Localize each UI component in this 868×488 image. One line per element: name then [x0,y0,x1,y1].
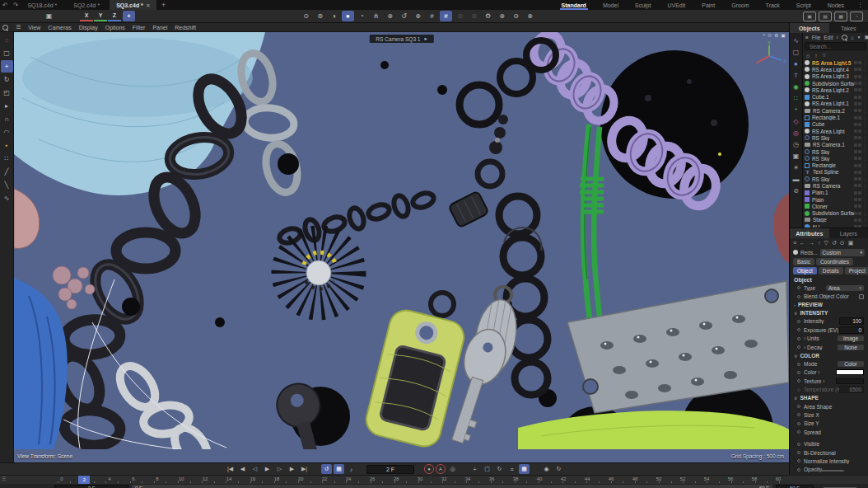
palette-icon[interactable]: ▢ [791,47,801,57]
transport-button[interactable]: ◁ [250,464,260,474]
object-tree-item[interactable]: Cube ⋮ [803,121,868,128]
visibility-toggles[interactable] [854,212,861,215]
tool-button[interactable]: ╲ [1,179,13,191]
layout-tab[interactable]: Nodes [819,0,852,10]
attribute-value[interactable] [836,378,864,384]
range-slider[interactable]: 0 F 60 F [132,485,772,488]
record-button[interactable]: ▦ [519,464,530,474]
attribute-value[interactable]: Image [838,336,864,341]
range-start-field[interactable]: 0 F [54,485,128,488]
visibility-toggles[interactable] [854,171,861,174]
visibility-toggles[interactable] [854,218,861,222]
layout-tab[interactable]: Track [758,0,788,10]
axis-gizmo[interactable]: Y X Z [751,40,787,68]
visibility-toggles[interactable] [854,109,861,112]
tool-button[interactable]: ▪ [1,139,13,152]
viewport-menu-item[interactable]: Filter [133,25,146,30]
record-button[interactable]: ↻ [494,464,505,474]
keyframe-dot[interactable] [797,468,800,472]
visibility-toggles[interactable] [854,150,861,153]
palette-icon[interactable]: ◎ [791,128,801,138]
keyframe-dot[interactable] [797,422,800,425]
palette-icon[interactable]: ∷ [791,93,801,103]
section-color[interactable]: ∨ COLOR [790,351,868,359]
attribute-row[interactable]: Texture [790,377,868,385]
record-button[interactable]: ◉ [541,464,552,474]
axis-lock-button[interactable]: Y [94,11,107,21]
attribute-page-button[interactable]: Object [793,267,817,274]
keyframe-dot[interactable] [797,379,800,382]
attribute-row[interactable]: Normalize Intensity [790,457,868,465]
attribute-row[interactable]: Intensity 100 [790,317,868,326]
attribute-row[interactable]: Color [790,368,868,377]
tool-button[interactable]: ▢ [1,47,13,59]
transport-button[interactable]: ▷ [274,464,285,474]
attribute-page-button[interactable]: Basic [793,258,814,265]
attribute-value[interactable]: 100 [839,317,864,325]
visibility-toggles[interactable] [854,116,861,120]
visibility-toggles[interactable] [854,177,861,181]
visibility-toggles[interactable] [854,123,861,126]
end-frame-stepper[interactable]: ‹ 60 F › [776,485,814,488]
manager-tab[interactable]: Takes [829,23,868,33]
section-intensity[interactable]: ∨ INTENSITY [790,309,868,317]
object-tree-item[interactable]: Plain ⋮ [803,196,868,203]
toolbar-icon[interactable]: ⊙ [300,11,312,21]
attribute-value[interactable]: 0 [839,326,864,334]
palette-icon[interactable]: ● [791,59,801,68]
visibility-toggles[interactable] [854,198,861,201]
object-tree-item[interactable]: RS Sky ⋮ [803,134,868,141]
attribute-row[interactable]: Visible [790,439,868,448]
object-tree-item[interactable]: RS Area Light.5 ⋮ [803,59,868,66]
object-tree-item[interactable]: Plain.1 ⋮ [803,190,868,196]
visibility-toggles[interactable] [854,204,861,208]
attribute-row[interactable]: Type Area [790,284,868,292]
viewport-mini-icon[interactable]: ▣ [781,32,786,38]
attribute-page-button[interactable]: Project [845,267,868,274]
viewport-menu-item[interactable]: Cameras [48,25,71,30]
attribute-row[interactable]: Exposure (EV) 0 [790,326,868,334]
visibility-toggles[interactable] [854,129,861,133]
transport-button[interactable]: ♪ [346,464,357,474]
home-icon[interactable]: ⌂ [806,53,810,59]
attribute-toolbar-icon[interactable]: ▽ [824,240,828,246]
transport-button[interactable]: ◀ [237,464,248,474]
attribute-row[interactable]: Temperature (K) 6500 [790,386,868,394]
viewport-mini-icon[interactable]: ⚙ [774,32,778,38]
visibility-toggles[interactable] [854,75,861,78]
stepper-decrease-icon[interactable]: ‹ [778,486,780,488]
keyframe-dot[interactable] [797,430,800,434]
keyframe-dot[interactable] [797,405,800,408]
object-tree-item[interactable]: Stage ⋮ [803,217,868,223]
home-icon[interactable]: ⌂ [851,35,854,40]
object-tree-item[interactable]: Cloner ⋮ [803,203,868,209]
attribute-row[interactable]: Decay None [790,343,868,351]
attribute-toolbar-icon[interactable]: ⊙ [840,240,845,246]
transport-button[interactable]: |◀ [225,464,236,474]
attribute-value[interactable] [859,294,864,299]
attribute-value[interactable]: Color [838,361,864,367]
render-icon[interactable]: ▣ [803,12,816,21]
undo-icon[interactable]: ↶ [0,2,11,9]
tool-button[interactable]: ◰ [1,87,13,99]
keyframe-dot[interactable] [797,371,800,374]
redo-icon[interactable]: ↷ [11,2,21,9]
object-tree-item[interactable]: Subdivision Surface ⋮ [803,210,868,217]
palette-icon[interactable]: T [791,70,801,80]
object-tree-item[interactable]: RS Camera.2 ⋮ [803,107,868,114]
toolbar-icon[interactable]: ⊕ [496,11,508,21]
palette-icon[interactable]: ☀ [791,162,801,172]
toolbar-icon[interactable]: ⊙ [454,11,466,21]
keyframe-dot[interactable] [797,295,800,298]
toolbar-icon[interactable]: # [440,11,452,21]
viewport-menu-item[interactable]: View [28,25,40,30]
palette-icon[interactable]: * [791,105,801,115]
tool-button[interactable]: ◌ [1,34,13,46]
search-icon[interactable] [842,35,847,40]
toolbar-icon[interactable]: ◔ [356,11,368,21]
palette-icon[interactable]: ∿ [791,35,801,45]
layout-tab[interactable]: UVEdit [659,0,693,10]
viewport-menu-item[interactable]: Display [79,25,98,30]
visibility-toggles[interactable] [854,184,861,187]
attribute-toolbar-icon[interactable]: ↺ [832,240,837,246]
